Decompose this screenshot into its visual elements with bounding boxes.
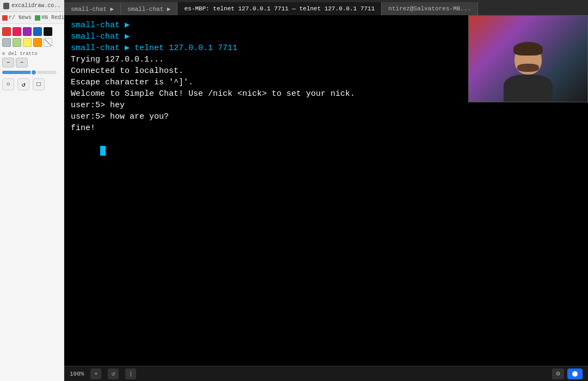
color-yellow[interactable] <box>23 38 32 47</box>
plus-button[interactable]: + <box>90 368 101 379</box>
stroke-minus-btn-1[interactable]: − <box>2 58 14 67</box>
person-hair <box>513 42 543 56</box>
color-red[interactable] <box>2 27 11 36</box>
bookmark-news[interactable]: r/ News <box>2 15 32 21</box>
tab-label-2: es-MBP: telnet 127.0.0.1 7711 — telnet 1… <box>184 5 375 12</box>
tool-square[interactable]: □ <box>33 78 45 90</box>
gear-button[interactable]: ⚙ <box>552 368 564 379</box>
color-row-1 <box>2 27 62 36</box>
stroke-slider-track[interactable] <box>2 71 57 74</box>
svg-point-1 <box>572 371 578 377</box>
divider-btn: | <box>125 368 136 379</box>
tab-label-3: ntirez@Salvatores-MB... <box>388 5 471 12</box>
action-button[interactable] <box>567 368 583 379</box>
color-blue[interactable] <box>33 27 42 36</box>
terminal-cursor-line <box>71 134 581 168</box>
tab-2[interactable]: es-MBP: telnet 127.0.0.1 7711 — telnet 1… <box>177 2 382 15</box>
tab-bar: small-chat ▶ small-chat ▶ es-MBP: telnet… <box>64 0 588 15</box>
color-purple[interactable] <box>23 27 32 36</box>
favicon-icon <box>3 3 9 9</box>
stroke-slider-thumb[interactable] <box>30 69 37 76</box>
tab-3[interactable]: ntirez@Salvatores-MB... <box>382 2 478 15</box>
tab-0[interactable]: small-chat ▶ <box>64 2 121 15</box>
webcam-background <box>469 16 587 102</box>
person-head <box>514 45 542 75</box>
color-orange[interactable] <box>33 38 42 47</box>
browser-address-bar: excalidraw.co... <box>0 0 64 12</box>
stroke-label: e del tratto <box>2 51 62 57</box>
color-green[interactable] <box>13 38 21 47</box>
tab-1[interactable]: small-chat ▶ <box>121 2 177 15</box>
terminal-cursor <box>100 146 106 156</box>
tool-undo[interactable]: ↺ <box>17 78 29 90</box>
undo-button[interactable]: ↺ <box>108 368 119 379</box>
excalidraw-toolbar: e del tratto − − ○ ↺ □ <box>0 24 64 94</box>
tool-circle[interactable]: ○ <box>2 78 14 90</box>
bookmark-icon-news <box>2 15 8 21</box>
url-text: excalidraw.co... <box>11 3 60 9</box>
person-beard <box>517 64 539 72</box>
svg-line-0 <box>45 39 51 46</box>
zoom-level: 100% <box>70 371 84 377</box>
color-pink[interactable] <box>13 27 21 36</box>
tab-label-0: small-chat ▶ <box>71 5 114 13</box>
bookmark-redis[interactable]: HN Redis <box>35 15 68 21</box>
color-none[interactable] <box>44 38 52 47</box>
color-black[interactable] <box>44 27 52 36</box>
bookmark-label-news: r/ News <box>9 15 32 21</box>
tab-label-1: small-chat ▶ <box>127 5 170 13</box>
color-gray[interactable] <box>2 38 11 47</box>
webcam-overlay <box>468 15 588 102</box>
terminal-line-8: user:5> how are you? <box>71 111 581 122</box>
bookmark-label-redis: HN Redis <box>41 15 68 21</box>
stroke-minus-btn-2[interactable]: − <box>16 58 28 67</box>
terminal-line-9: fine! <box>71 122 581 134</box>
status-bar: 100% + ↺ | ⚙ <box>64 366 588 381</box>
zoom-value: 100% <box>70 371 84 377</box>
bookmark-icon-redis <box>35 15 40 21</box>
color-row-2 <box>2 38 62 47</box>
person-silhouette <box>504 45 553 102</box>
tool-row: ○ ↺ □ <box>2 78 62 90</box>
stroke-controls: − − <box>2 58 62 67</box>
terminal-window: small-chat ▶ small-chat ▶ es-MBP: telnet… <box>64 0 588 381</box>
person-body <box>504 75 553 102</box>
sidebar: excalidraw.co... r/ News HN Redis <box>0 0 64 381</box>
action-icon <box>571 370 579 378</box>
bookmarks-bar: r/ News HN Redis <box>0 12 64 24</box>
